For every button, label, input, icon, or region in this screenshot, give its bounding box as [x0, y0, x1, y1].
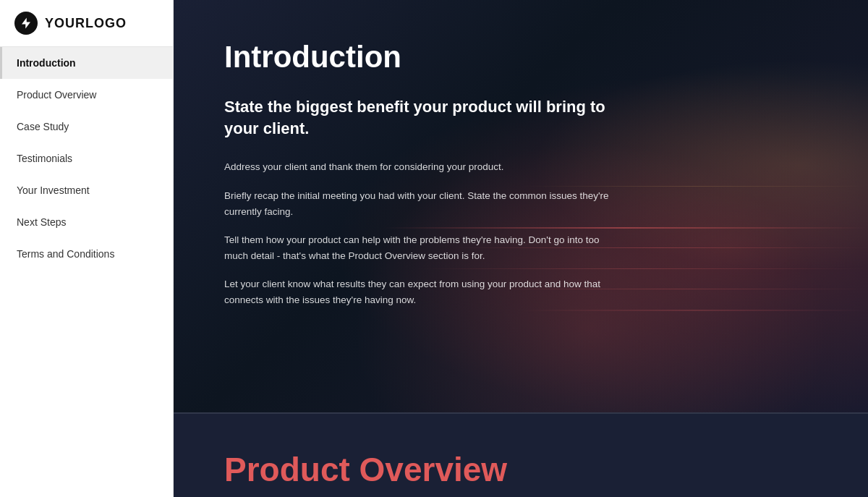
intro-title: Introduction: [224, 40, 615, 75]
sidebar-item-product-overview[interactable]: Product Overview: [0, 79, 173, 111]
product-overview-section: Product Overview Briefly describe what t…: [174, 412, 868, 497]
nav-items: Introduction Product Overview Case Study…: [0, 47, 173, 270]
logo-icon: [14, 12, 38, 35]
intro-para-1: Address your client and thank them for c…: [224, 159, 615, 175]
introduction-section: Introduction State the biggest benefit y…: [174, 0, 868, 412]
sidebar-item-case-study[interactable]: Case Study: [0, 111, 173, 143]
logo-text: YOURLOGO: [45, 16, 127, 31]
sidebar-item-testimonials[interactable]: Testimonials: [0, 143, 173, 174]
main-content: Introduction State the biggest benefit y…: [174, 0, 868, 497]
lightning-bolt-icon: [20, 17, 33, 30]
sidebar: YOURLOGO Introduction Product Overview C…: [0, 0, 174, 497]
intro-subtitle: State the biggest benefit your product w…: [224, 96, 615, 139]
sidebar-item-terms-and-conditions[interactable]: Terms and Conditions: [0, 238, 173, 270]
intro-para-3: Tell them how your product can help with…: [224, 232, 615, 263]
sidebar-item-next-steps[interactable]: Next Steps: [0, 206, 173, 238]
intro-para-2: Briefly recap the initial meeting you ha…: [224, 188, 615, 219]
intro-para-4: Let your client know what results they c…: [224, 276, 615, 307]
logo-area: YOURLOGO: [0, 0, 173, 47]
sidebar-item-your-investment[interactable]: Your Investment: [0, 174, 173, 206]
intro-content: Introduction State the biggest benefit y…: [174, 0, 680, 365]
svg-marker-0: [22, 18, 30, 29]
product-overview-title: Product Overview: [224, 450, 817, 489]
sidebar-item-introduction[interactable]: Introduction: [0, 47, 173, 79]
